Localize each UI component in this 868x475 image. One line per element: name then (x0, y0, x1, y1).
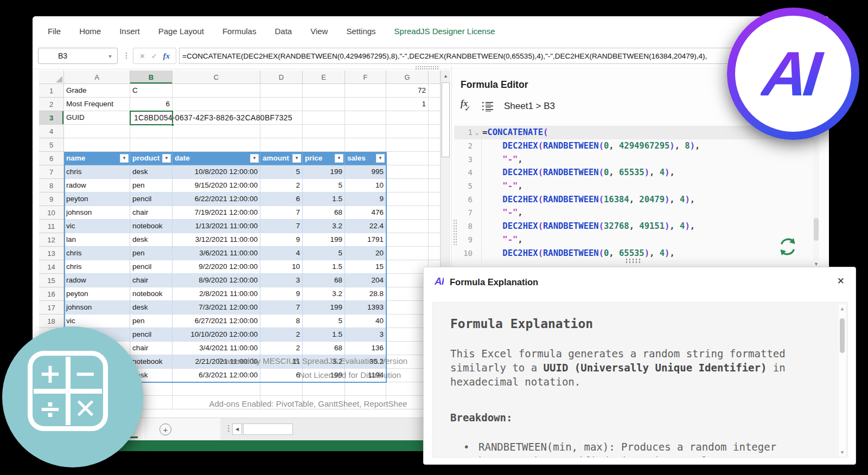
cell-F14[interactable]: 15 (345, 260, 386, 274)
cell-D1[interactable] (260, 84, 303, 98)
menu-spreadjs-designer-license[interactable]: SpreadJS Designer License (394, 27, 495, 36)
cell-G12[interactable] (386, 233, 429, 247)
cell-B7[interactable]: desk (130, 165, 173, 179)
cell-F8[interactable]: 10 (345, 179, 386, 192)
cell-G5[interactable] (386, 138, 429, 152)
code-line-5[interactable]: 5 "-", (454, 179, 816, 193)
row-header-5[interactable]: 5 (39, 138, 64, 152)
cell-G7[interactable] (386, 165, 429, 179)
name-box-dropdown-icon[interactable]: ▾ (103, 53, 117, 59)
cell-E20[interactable]: 68 (303, 342, 345, 355)
cell-H8[interactable] (429, 179, 441, 192)
panel-splitter-dots-icon[interactable] (453, 219, 457, 245)
row-header-7[interactable]: 7 (39, 165, 64, 179)
cell-D9[interactable]: 6 (260, 192, 303, 206)
cell-B17[interactable]: desk (130, 301, 173, 314)
cell-D16[interactable]: 9 (260, 287, 303, 301)
cell-F13[interactable]: 20 (345, 247, 386, 260)
cell-F5[interactable] (345, 138, 386, 152)
cell-B19[interactable]: pencil (130, 328, 173, 342)
editor-scrollbar-thumb[interactable] (814, 218, 819, 241)
cell-C16[interactable]: 2/8/2021 11:00:00 (173, 287, 260, 301)
splitter-dots-icon[interactable] (415, 66, 439, 69)
cell-G19[interactable] (386, 328, 429, 342)
cell-E9[interactable]: 1.5 (303, 192, 345, 206)
cell-H10[interactable] (429, 206, 441, 220)
cell-C8[interactable]: 9/15/2020 12:00:00 (173, 179, 260, 192)
cell-C13[interactable]: 3/6/2021 11:00:00 (173, 247, 260, 260)
cell-D12[interactable]: 9 (260, 233, 303, 247)
cell-H4[interactable] (429, 125, 441, 138)
cell-E14[interactable]: 1.5 (303, 260, 345, 274)
cell-D4[interactable] (260, 125, 303, 138)
formula-list-icon[interactable] (481, 100, 494, 115)
popup-scrollbar-thumb[interactable] (840, 318, 845, 353)
refresh-icon[interactable] (777, 236, 798, 257)
horizontal-scrollbar-thumb[interactable] (243, 423, 293, 435)
cell-C5[interactable] (173, 138, 260, 152)
row-header-14[interactable]: 14 (39, 260, 64, 274)
cell-C14[interactable]: 9/2/2020 12:00:00 (173, 260, 260, 274)
cell-C11[interactable]: 1/13/2021 11:00:00 (173, 220, 260, 233)
cell-B4[interactable] (130, 125, 173, 138)
cell-C19[interactable]: 10/10/2020 12:00:00 (173, 328, 260, 342)
cell-A16[interactable]: peyton (64, 287, 130, 301)
cell-C18[interactable]: 6/27/2021 12:00:00 (173, 314, 260, 328)
cell-E11[interactable]: 3.2 (303, 220, 345, 233)
cell-C1[interactable] (173, 84, 260, 98)
cell-G4[interactable] (386, 125, 429, 138)
row-header-16[interactable]: 16 (39, 287, 64, 301)
cell-C7[interactable]: 10/8/2020 12:00:00 (173, 165, 260, 179)
cell-D23[interactable] (260, 382, 303, 396)
cell-E12[interactable]: 199 (303, 233, 345, 247)
add-sheet-icon[interactable]: + (159, 423, 171, 435)
table-header-sales[interactable]: sales▼ (345, 152, 386, 165)
cell-H3[interactable] (429, 111, 441, 125)
filter-icon-product[interactable]: ▼ (162, 154, 171, 163)
cell-F18[interactable]: 40 (345, 314, 386, 328)
cell-B20[interactable]: chair (130, 342, 173, 355)
row-header-18[interactable]: 18 (39, 314, 64, 328)
filter-icon-name[interactable]: ▼ (120, 154, 129, 163)
cell-A9[interactable]: peyton (64, 192, 130, 206)
cell-H2[interactable] (429, 98, 441, 111)
row-header-2[interactable]: 2 (39, 98, 64, 111)
formula-input[interactable]: =CONCATENATE(DEC2HEX(RANDBETWEEN(0,42949… (179, 48, 824, 64)
cell-G3[interactable] (386, 111, 429, 125)
row-header-6[interactable]: 6 (39, 152, 64, 165)
cell-F10[interactable]: 476 (345, 206, 386, 220)
cell-G17[interactable] (386, 301, 429, 314)
code-line-4[interactable]: 4 DEC2HEX(RANDBETWEEN(0, 65535), 4), (454, 166, 816, 179)
cell-F9[interactable]: 9 (345, 192, 386, 206)
cell-F11[interactable]: 22.4 (345, 220, 386, 233)
cell-B15[interactable]: chair (130, 274, 173, 287)
column-header-G[interactable]: G (386, 70, 429, 84)
column-header-B[interactable]: B (130, 70, 173, 84)
cell-C23[interactable] (173, 382, 260, 396)
menu-data[interactable]: Data (275, 27, 292, 36)
code-line-8[interactable]: 8 DEC2HEX(RANDBETWEEN(32768, 49151), 4), (454, 220, 816, 233)
popup-scrollbar[interactable]: ▲ ▼ (839, 304, 846, 457)
cell-D19[interactable]: 2 (260, 328, 303, 342)
row-header-1[interactable]: 1 (39, 84, 64, 98)
cell-D7[interactable]: 5 (260, 165, 303, 179)
grid-scrollbar-thumb[interactable] (442, 82, 450, 157)
cell-F4[interactable] (345, 125, 386, 138)
cell-E16[interactable]: 3.2 (303, 287, 345, 301)
cell-B2[interactable]: 6 (130, 98, 173, 111)
cell-E1[interactable] (303, 84, 345, 98)
cell-F2[interactable] (345, 98, 386, 111)
column-header-partial[interactable] (429, 70, 441, 84)
fold-icon[interactable]: ⌄ (473, 129, 481, 136)
cell-D14[interactable]: 10 (260, 260, 303, 274)
popup-scroll-down-icon[interactable]: ▼ (839, 450, 846, 455)
menu-settings[interactable]: Settings (346, 27, 375, 36)
menu-view[interactable]: View (310, 27, 328, 36)
row-header-3[interactable]: 3 (39, 111, 64, 125)
cell-A8[interactable]: radow (64, 179, 130, 192)
popup-scroll-up-icon[interactable]: ▲ (839, 306, 846, 311)
cell-D15[interactable]: 3 (260, 274, 303, 287)
cell-C15[interactable]: 8/9/2020 12:00:00 (173, 274, 260, 287)
cell-A13[interactable]: chris (64, 247, 130, 260)
cell-A17[interactable]: johnson (64, 301, 130, 314)
